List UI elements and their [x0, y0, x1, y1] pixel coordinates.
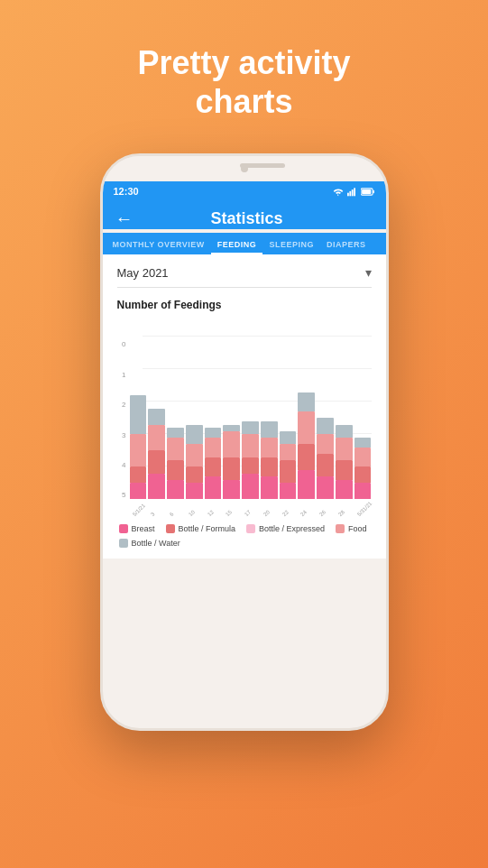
legend-item-breast: Breast	[119, 524, 155, 533]
legend-label-food: Food	[348, 524, 367, 533]
bar-segment-water	[280, 431, 297, 444]
legend-label-breast: Breast	[132, 524, 155, 533]
bar-segment-water	[242, 421, 259, 434]
svg-rect-3	[354, 188, 355, 196]
bar-group: 28	[336, 337, 353, 499]
bar-segment-breast	[280, 483, 297, 499]
legend-color-breast	[119, 524, 128, 533]
bar-x-label: 28	[337, 510, 345, 518]
bar-segment-breast	[336, 480, 353, 500]
status-time: 12:30	[114, 186, 139, 197]
bar-segment-food	[130, 434, 147, 466]
status-icons	[332, 187, 375, 197]
tab-feeding[interactable]: FEEDING	[211, 233, 263, 254]
svg-rect-6	[362, 189, 371, 194]
bar-group: 10	[186, 337, 203, 499]
phone-speaker	[240, 163, 285, 168]
legend: BreastBottle / FormulaBottle / Expressed…	[117, 524, 372, 548]
bar-group: 22	[280, 337, 297, 499]
bar-segment-breast	[242, 474, 259, 500]
bar-segment-formula	[242, 457, 259, 474]
phone-top-bar	[103, 156, 386, 181]
bar-group: 15	[223, 337, 240, 499]
legend-item-expressed: Bottle / Expressed	[246, 524, 325, 533]
bar-segment-food	[148, 425, 165, 451]
headline-line2: charts	[195, 83, 292, 120]
bar-segment-breast	[186, 483, 203, 499]
back-button[interactable]: ←	[115, 208, 134, 229]
bar-x-label: 17	[244, 510, 252, 518]
bar-segment-water	[223, 425, 240, 431]
tab-diapers[interactable]: DIAPERS	[320, 233, 373, 254]
bar-x-label: 5/31/21	[356, 501, 373, 517]
bar-segment-formula	[317, 454, 334, 476]
bar-segment-water	[336, 425, 353, 438]
bar-group: 20	[261, 337, 278, 499]
chart-area: 5 4 3 2 1 0 5/1/2	[117, 319, 372, 499]
bar-segment-breast	[298, 470, 315, 499]
tabs-bar: MONTHLY OVERVIEW FEEDING SLEEPING DIAPER…	[103, 233, 386, 254]
bar-x-label: 15	[225, 510, 233, 518]
signal-icon	[347, 187, 358, 197]
app-header: ← Statistics	[103, 201, 386, 229]
bar-segment-food	[298, 411, 315, 444]
tab-monthly-overview[interactable]: MONTHLY OVERVIEW	[106, 233, 211, 254]
bars-container: 5/1/21361012151720222426285/31/21	[130, 337, 372, 499]
bar-segment-water	[354, 438, 372, 448]
bar-segment-breast	[223, 480, 240, 500]
bar-x-label: 22	[281, 510, 290, 518]
y-label-4: 4	[117, 461, 126, 469]
bar-x-label: 3	[150, 512, 156, 518]
bar-segment-formula	[298, 444, 315, 470]
app-title: Statistics	[143, 209, 352, 228]
bar-segment-water	[298, 392, 315, 412]
status-bar: 12:30	[103, 181, 386, 201]
headline: Pretty activity charts	[101, 43, 386, 121]
content-area: May 2021 ▾ Number of Feedings 5 4 3 2 1 …	[103, 254, 386, 559]
tab-sleeping[interactable]: SLEEPING	[262, 233, 320, 254]
bar-segment-water	[148, 409, 165, 425]
bar-x-label: 10	[188, 510, 196, 518]
y-label-0: 0	[117, 340, 126, 348]
bar-segment-water	[317, 418, 334, 434]
bar-segment-water	[261, 421, 278, 438]
y-label-5: 5	[117, 491, 126, 499]
bar-group: 3	[148, 337, 165, 499]
month-label: May 2021	[117, 266, 169, 280]
bar-segment-formula	[354, 466, 372, 483]
dropdown-arrow-icon: ▾	[365, 265, 372, 280]
svg-rect-2	[351, 189, 353, 196]
bar-segment-formula	[167, 460, 184, 480]
bar-group: 5/31/21	[354, 337, 372, 499]
bar-segment-food	[280, 444, 297, 460]
bar-group: 26	[317, 337, 334, 499]
bar-group: 12	[205, 337, 222, 499]
bar-group: 24	[298, 337, 315, 499]
bar-segment-breast	[205, 476, 222, 499]
headline-line1: Pretty activity	[137, 44, 350, 81]
bar-segment-breast	[261, 476, 278, 499]
month-selector[interactable]: May 2021 ▾	[117, 265, 372, 288]
bar-group: 17	[242, 337, 259, 499]
bar-segment-water	[167, 428, 184, 438]
y-label-2: 2	[117, 401, 126, 409]
bar-segment-formula	[148, 450, 165, 473]
svg-rect-1	[349, 191, 351, 196]
bar-segment-breast	[167, 480, 184, 500]
legend-item-formula: Bottle / Formula	[166, 524, 236, 533]
legend-color-food	[336, 524, 345, 533]
legend-color-expressed	[246, 524, 255, 533]
legend-item-food: Food	[336, 524, 367, 533]
svg-rect-5	[373, 190, 373, 194]
legend-color-formula	[166, 524, 175, 533]
bar-segment-breast	[317, 476, 334, 499]
bar-segment-formula	[223, 457, 240, 480]
legend-label-water: Bottle / Water	[132, 539, 180, 548]
bar-segment-food	[242, 434, 259, 457]
bar-segment-food	[354, 448, 372, 467]
bar-x-label: 6	[169, 512, 175, 518]
bar-group: 5/1/21	[130, 337, 147, 499]
phone-mockup: 12:30	[100, 153, 389, 731]
bar-segment-food	[167, 438, 184, 460]
bar-x-label: 20	[262, 510, 271, 518]
